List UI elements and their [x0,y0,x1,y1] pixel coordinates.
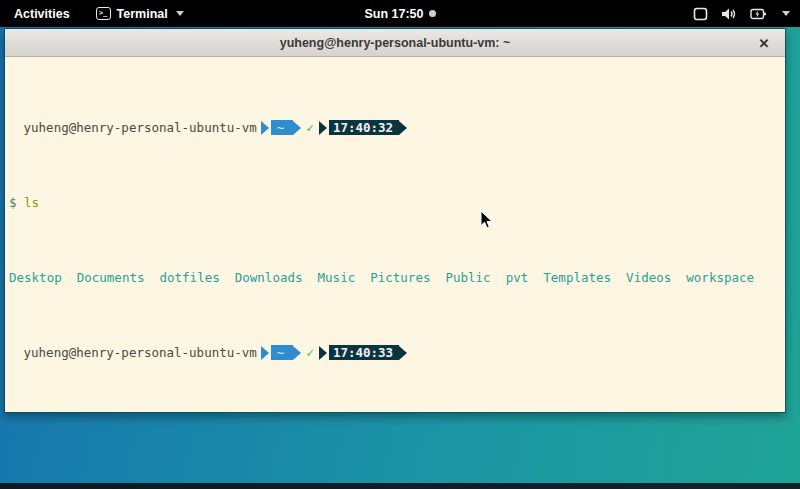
window-title: yuheng@henry-personal-ubuntu-vm: ~ [280,36,511,50]
ls-output: Desktop Documents dotfiles Downloads Mus… [5,270,785,285]
clock-menu[interactable]: Sun 17:50 [364,7,435,21]
recording-indicator-icon [429,10,436,17]
gnome-top-bar: Activities >_ Terminal Sun 17:50 [0,0,800,27]
chevron-down-icon [176,11,184,16]
terminal-window: yuheng@henry-personal-ubuntu-vm: ~ ✕ yuh… [4,28,786,413]
prompt-symbol: $ [5,195,17,210]
prompt-user: yuheng@henry-personal-ubuntu-vm [5,120,257,135]
app-menu-label: Terminal [117,7,168,21]
terminal-content[interactable]: yuheng@henry-personal-ubuntu-vm ~ ✓ 17:4… [5,57,785,412]
screen-share-icon [693,7,708,21]
powerline-path-segment: ~ [261,345,302,360]
system-status-area[interactable] [436,7,800,21]
powerline-time-segment: 17:40:33 [319,345,407,360]
activities-button[interactable]: Activities [10,0,74,27]
battery-charging-icon [750,7,767,21]
prompt-line-1: yuheng@henry-personal-ubuntu-vm ~ ✓ 17:4… [5,120,785,135]
app-menu-terminal[interactable]: >_ Terminal [92,0,188,27]
powerline-path-segment: ~ [261,120,302,135]
prompt-path: ~ [271,120,294,135]
prompt-time: 17:40:33 [329,345,399,360]
terminal-icon: >_ [96,7,111,20]
prompt-time: 17:40:32 [329,120,399,135]
command-line: $ ls [5,195,785,210]
entered-command: ls [24,195,39,210]
powerline-time-segment: 17:40:32 [319,120,407,135]
screen-bottom-strip [0,483,800,489]
volume-icon [721,7,737,21]
activities-label: Activities [14,7,70,21]
mouse-cursor-icon [480,210,494,230]
status-check-icon: ✓ [301,345,319,360]
clock-label: Sun 17:50 [364,7,423,21]
prompt-line-2: yuheng@henry-personal-ubuntu-vm ~ ✓ 17:4… [5,345,785,360]
prompt-path: ~ [271,345,294,360]
status-check-icon: ✓ [301,120,319,135]
system-menu-chevron-icon [782,11,790,16]
close-button[interactable]: ✕ [755,34,773,52]
window-titlebar[interactable]: yuheng@henry-personal-ubuntu-vm: ~ ✕ [5,29,785,57]
prompt-user: yuheng@henry-personal-ubuntu-vm [5,345,257,360]
